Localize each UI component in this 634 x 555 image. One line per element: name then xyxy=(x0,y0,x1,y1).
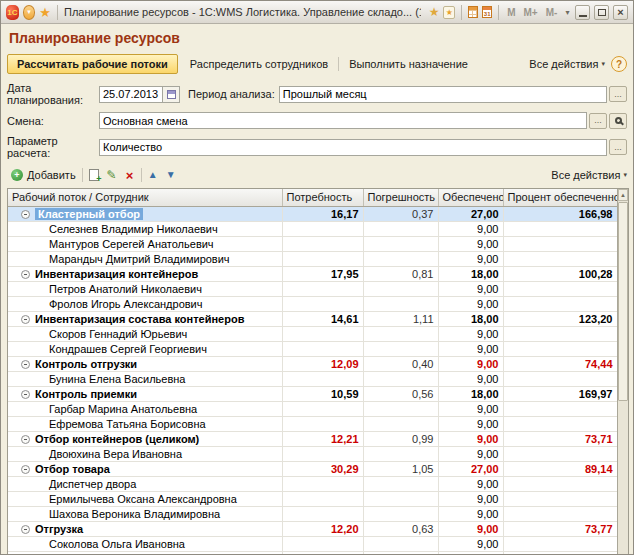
percent-cell[interactable]: 169,97 xyxy=(503,386,617,401)
error-cell[interactable] xyxy=(363,281,438,296)
provided-cell[interactable]: 9,00 xyxy=(438,446,503,461)
vertical-scrollbar[interactable]: ▲ ▼ xyxy=(617,189,628,554)
percent-cell[interactable] xyxy=(503,476,617,491)
row-name-cell[interactable]: Кластерный отбор xyxy=(8,206,282,221)
scrollbar-thumb[interactable] xyxy=(618,202,628,401)
error-cell[interactable] xyxy=(363,371,438,386)
employee-row[interactable]: Кондрашев Сергей Георгиевич9,00 xyxy=(8,341,617,356)
shift-open-button[interactable] xyxy=(609,113,627,129)
employee-row[interactable]: Мантуров Серегей Анатольевич9,00 xyxy=(8,236,617,251)
need-cell[interactable]: 14,61 xyxy=(282,311,363,326)
error-cell[interactable] xyxy=(363,401,438,416)
need-cell[interactable] xyxy=(282,221,363,236)
percent-cell[interactable] xyxy=(503,236,617,251)
provided-cell[interactable]: 9,00 xyxy=(438,506,503,521)
provided-cell[interactable]: 27,00 xyxy=(438,206,503,221)
error-cell[interactable]: 0,81 xyxy=(363,266,438,281)
provided-cell[interactable]: 9,00 xyxy=(438,371,503,386)
favorites-panel-icon[interactable]: ★ xyxy=(443,6,455,19)
analysis-period-select-button[interactable]: ... xyxy=(609,86,627,102)
need-cell[interactable]: 12,21 xyxy=(282,431,363,446)
column-header-need[interactable]: Потребность xyxy=(282,189,363,206)
percent-cell[interactable]: 73,77 xyxy=(503,521,617,536)
need-cell[interactable]: 7,61 xyxy=(282,551,363,554)
collapse-minus-icon[interactable] xyxy=(21,465,30,474)
list-all-actions-button[interactable]: Все действия ▾ xyxy=(551,169,627,181)
analysis-period-input[interactable]: Прошлый месяц xyxy=(279,86,607,103)
row-name-cell[interactable]: Скоров Геннадий Юрьевич xyxy=(8,326,282,341)
need-cell[interactable]: 17,95 xyxy=(282,266,363,281)
error-cell[interactable]: 0,56 xyxy=(363,386,438,401)
percent-cell[interactable]: 123,20 xyxy=(503,311,617,326)
calc-parameter-input[interactable]: Количество xyxy=(99,139,607,156)
row-name-cell[interactable]: Перемещение контейнеров (целиком) xyxy=(8,551,282,554)
memory-recall-button[interactable]: M xyxy=(505,7,517,18)
employee-row[interactable]: Диспетчер двора9,00 xyxy=(8,476,617,491)
provided-cell[interactable]: 18,00 xyxy=(438,266,503,281)
error-cell[interactable] xyxy=(363,236,438,251)
percent-cell[interactable] xyxy=(503,221,617,236)
row-name-cell[interactable]: Мантуров Серегей Анатольевич xyxy=(8,236,282,251)
scroll-up-icon[interactable]: ▲ xyxy=(618,189,628,201)
need-cell[interactable] xyxy=(282,536,363,551)
row-name-cell[interactable]: Кондрашев Сергей Георгиевич xyxy=(8,341,282,356)
row-name-cell[interactable]: Бунина Елена Васильевна xyxy=(8,371,282,386)
row-name-cell[interactable]: Соколова Ольга Ивановна xyxy=(8,536,282,551)
need-cell[interactable] xyxy=(282,281,363,296)
row-name-cell[interactable]: Фролов Игорь Александрович xyxy=(8,296,282,311)
provided-cell[interactable]: 27,00 xyxy=(438,461,503,476)
move-down-button[interactable]: ▼ xyxy=(162,167,180,183)
error-cell[interactable] xyxy=(363,446,438,461)
provided-cell[interactable]: 9,00 xyxy=(438,326,503,341)
employee-row[interactable]: Шахова Вероника Владимировна9,00 xyxy=(8,506,617,521)
row-name-cell[interactable]: Шахова Вероника Владимировна xyxy=(8,506,282,521)
row-name-cell[interactable]: Диспетчер двора xyxy=(8,476,282,491)
row-name-cell[interactable]: Отбор товара xyxy=(8,461,282,476)
workflow-group-row[interactable]: Отгрузка12,200,639,0073,77 xyxy=(8,521,617,536)
favorites-star-icon[interactable]: ★ xyxy=(39,6,51,19)
date-picker-button[interactable] xyxy=(163,86,180,103)
percent-cell[interactable] xyxy=(503,446,617,461)
column-header-workflow[interactable]: Рабочий поток / Сотрудник xyxy=(8,189,282,206)
row-name-cell[interactable]: Петров Анатолий Николаевич xyxy=(8,281,282,296)
employee-row[interactable]: Ефремова Татьяна Борисовна9,00 xyxy=(8,416,617,431)
calc-parameter-select-button[interactable]: ... xyxy=(609,139,627,155)
provided-cell[interactable]: 9,00 xyxy=(438,416,503,431)
employee-row[interactable]: Бунина Елена Васильевна9,00 xyxy=(8,371,617,386)
provided-cell[interactable]: 9,00 xyxy=(438,251,503,266)
need-cell[interactable] xyxy=(282,236,363,251)
help-button[interactable]: ? xyxy=(611,56,627,72)
percent-cell[interactable] xyxy=(503,416,617,431)
percent-cell[interactable]: 100,28 xyxy=(503,266,617,281)
row-name-cell[interactable]: Ермилычева Оксана Александровна xyxy=(8,491,282,506)
column-header-provided[interactable]: Обеспечено xyxy=(438,189,503,206)
provided-cell[interactable]: 9,00 xyxy=(438,551,503,554)
employee-row[interactable]: Петров Анатолий Николаевич9,00 xyxy=(8,281,617,296)
edit-button[interactable]: ✎ xyxy=(103,167,121,183)
row-name-cell[interactable]: Инвентаризация состава контейнеров xyxy=(8,311,282,326)
provided-cell[interactable]: 9,00 xyxy=(438,341,503,356)
need-cell[interactable]: 30,29 xyxy=(282,461,363,476)
provided-cell[interactable]: 18,00 xyxy=(438,386,503,401)
workflow-group-row[interactable]: Перемещение контейнеров (целиком)7,610,8… xyxy=(8,551,617,554)
percent-cell[interactable]: 73,71 xyxy=(503,431,617,446)
shift-input[interactable]: Основная смена xyxy=(99,112,587,129)
percent-cell[interactable]: 74,44 xyxy=(503,356,617,371)
error-cell[interactable]: 0,40 xyxy=(363,356,438,371)
provided-cell[interactable]: 9,00 xyxy=(438,536,503,551)
provided-cell[interactable]: 9,00 xyxy=(438,281,503,296)
percent-cell[interactable] xyxy=(503,401,617,416)
add-button[interactable]: + Добавить xyxy=(7,168,80,182)
add-to-favorites-icon[interactable]: ★ xyxy=(429,6,440,18)
row-name-cell[interactable]: Отгрузка xyxy=(8,521,282,536)
minimize-button[interactable] xyxy=(575,5,590,20)
calculate-workflows-button[interactable]: Рассчитать рабочие потоки xyxy=(7,54,178,74)
need-cell[interactable] xyxy=(282,476,363,491)
need-cell[interactable] xyxy=(282,446,363,461)
memory-subtract-button[interactable]: M- xyxy=(544,7,560,18)
provided-cell[interactable]: 9,00 xyxy=(438,221,503,236)
error-cell[interactable]: 0,63 xyxy=(363,521,438,536)
scrollbar-track[interactable] xyxy=(618,201,628,554)
calendar-icon[interactable]: 31 xyxy=(482,6,492,18)
error-cell[interactable] xyxy=(363,326,438,341)
